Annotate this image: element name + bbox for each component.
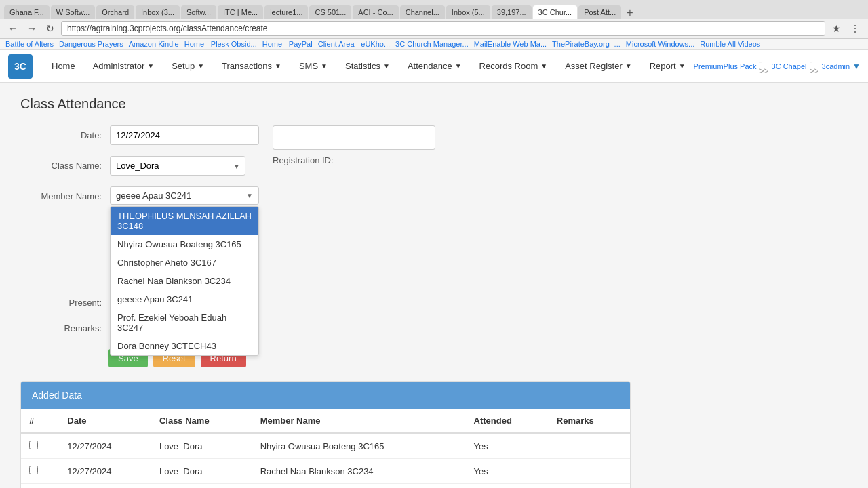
col-attended: Attended: [466, 409, 549, 433]
reload-button[interactable]: ↻: [43, 22, 57, 35]
tab-39197[interactable]: 39,197...: [492, 5, 532, 19]
added-data-table: # Date Class Name Member Name Attended R…: [21, 409, 630, 488]
member-name-label: Member Name:: [20, 186, 102, 201]
registration-id-section: Registration ID:: [273, 125, 435, 165]
member-option-3[interactable]: Rachel Naa Blankson 3C234: [111, 272, 258, 290]
tab-inbox3[interactable]: Inbox (3...: [136, 5, 180, 19]
table-row: 12/27/2024 Love_Dora Rachel Naa Blankson…: [21, 459, 630, 484]
nav-attendance-caret: ▼: [455, 62, 462, 70]
nav-transactions[interactable]: Transactions ▼: [214, 50, 290, 83]
tab-inbox5[interactable]: Inbox (5...: [446, 5, 490, 19]
bookmark-piratebay[interactable]: ThePirateBay.org -...: [552, 40, 620, 48]
nav-setup[interactable]: Setup ▼: [163, 50, 212, 83]
bookmark-dangerous[interactable]: Dangerous Prayers: [59, 40, 123, 48]
added-data-section: Added Data # Date Class Name Member Name…: [20, 381, 631, 488]
table-body: 12/27/2024 Love_Dora Nhyira Owusua Boate…: [21, 433, 630, 488]
date-input[interactable]: [110, 125, 259, 145]
table-header: # Date Class Name Member Name Attended R…: [21, 409, 630, 433]
address-bar-row: ← → ↻ ★ ⋮: [0, 19, 868, 39]
row-checkbox-cell[interactable]: [21, 484, 59, 489]
back-button[interactable]: ←: [5, 22, 20, 35]
member-option-0[interactable]: THEOPHILUS MENSAH AZILLAH 3C148: [111, 207, 258, 235]
bookmark-button[interactable]: ★: [829, 22, 844, 35]
bookmark-3cchurch[interactable]: 3C Church Manager...: [395, 40, 469, 48]
row-date: 12/27/2024: [59, 484, 151, 489]
tab-softw2[interactable]: Softw...: [181, 5, 216, 19]
address-input[interactable]: [61, 21, 825, 36]
tab-itc[interactable]: ITC | Me...: [218, 5, 263, 19]
bookmark-microsoft[interactable]: Microsoft Windows...: [626, 40, 694, 48]
row-checkbox[interactable]: [29, 441, 38, 449]
member-option-4[interactable]: geeee Apau 3C241: [111, 290, 258, 308]
nav-records-room[interactable]: Records Room ▼: [471, 50, 556, 83]
row-member-name: Rachel Naa Blankson 3C234: [252, 459, 466, 484]
tab-aci[interactable]: ACI - Co...: [353, 5, 398, 19]
row-checkbox-cell[interactable]: [21, 433, 59, 459]
date-row: Date:: [20, 125, 259, 145]
member-option-6[interactable]: Dora Bonney 3CTECH43: [111, 337, 258, 355]
bookmark-plesk[interactable]: Home - Plesk Obsid...: [184, 40, 257, 48]
bookmark-paypal[interactable]: Home - PayPal: [262, 40, 313, 48]
class-name-row: Class Name: Love_Dora ▼: [20, 156, 259, 176]
row-attended: Yes: [466, 484, 549, 489]
present-label: Present:: [20, 293, 102, 308]
tab-ghana[interactable]: Ghana F...: [4, 5, 50, 19]
row-checkbox[interactable]: [29, 466, 38, 474]
col-hash: #: [21, 409, 59, 433]
col-class-name: Class Name: [151, 409, 252, 433]
member-name-display-text: geeee Apau 3C241: [116, 190, 246, 201]
member-option-2[interactable]: Christopher Aheto 3C167: [111, 253, 258, 272]
nav-asset-register-caret: ▼: [625, 62, 632, 70]
tab-lecture[interactable]: lecture1...: [264, 5, 308, 19]
new-tab-button[interactable]: +: [627, 7, 633, 19]
row-remarks: [549, 459, 630, 484]
member-name-select-display[interactable]: geeee Apau 3C241 ▼: [110, 186, 259, 205]
breadcrumb-premiumplus[interactable]: PremiumPlus Pack: [694, 62, 757, 70]
nav-setup-caret: ▼: [197, 62, 204, 70]
menu-button[interactable]: ⋮: [848, 22, 863, 35]
class-name-select-wrapper: Love_Dora ▼: [110, 156, 245, 176]
row-member-name: Nhyira Owusua Boateng 3C165: [252, 433, 466, 459]
col-member-name: Member Name: [252, 409, 466, 433]
bookmark-battle[interactable]: Battle of Alters: [5, 40, 54, 48]
member-option-5[interactable]: Prof. Ezekiel Yeboah Eduah 3C247: [111, 308, 258, 337]
nav-asset-register[interactable]: Asset Register ▼: [557, 50, 639, 83]
member-name-dropdown-container: geeee Apau 3C241 ▼ THEOPHILUS MENSAH AZI…: [110, 186, 259, 205]
row-class-name: Love_Dora: [151, 459, 252, 484]
breadcrumb-caret: ▼: [852, 62, 861, 71]
member-name-dropdown-arrow: ▼: [246, 192, 253, 199]
app-navbar: 3C Home Administrator ▼ Setup ▼ Transact…: [0, 50, 868, 83]
breadcrumb-chapel[interactable]: 3C Chapel: [772, 62, 807, 70]
added-data-header: Added Data: [21, 382, 630, 409]
member-name-dropdown-list: THEOPHILUS MENSAH AZILLAH 3C148 Nhyira O…: [110, 206, 259, 356]
forward-button[interactable]: →: [24, 22, 39, 35]
row-checkbox-cell[interactable]: [21, 459, 59, 484]
row-remarks: [549, 433, 630, 459]
bookmark-kindle[interactable]: Amazon Kindle: [129, 40, 179, 48]
nav-sms-caret: ▼: [321, 62, 328, 70]
bookmark-rumble[interactable]: Rumble All Videos: [700, 40, 760, 48]
nav-administrator[interactable]: Administrator ▼: [85, 50, 162, 83]
nav-items: Home Administrator ▼ Setup ▼ Transaction…: [43, 50, 694, 83]
nav-report[interactable]: Report ▼: [642, 50, 694, 83]
nav-home[interactable]: Home: [43, 50, 83, 83]
tab-channel[interactable]: Channel...: [400, 5, 445, 19]
row-class-name: Love_Dora: [151, 484, 252, 489]
nav-statistics[interactable]: Statistics ▼: [337, 50, 398, 83]
table-row: 12/27/2024 Love_Dora Nhyira Owusua Boate…: [21, 433, 630, 459]
tab-softw1[interactable]: W Softw...: [51, 5, 96, 19]
member-name-row: Member Name: geeee Apau 3C241 ▼ THEOPHIL…: [20, 186, 259, 205]
breadcrumb-admin[interactable]: 3cadmin: [822, 62, 850, 70]
tab-orchard[interactable]: Orchard: [96, 5, 134, 19]
row-attended: Yes: [466, 459, 549, 484]
bookmark-mailenable[interactable]: MailEnable Web Ma...: [474, 40, 547, 48]
nav-attendance[interactable]: Attendance ▼: [399, 50, 470, 83]
tab-cs501[interactable]: CS 501...: [309, 5, 351, 19]
bookmark-eukho[interactable]: Client Area - eUKho...: [318, 40, 390, 48]
tab-3cchurch[interactable]: 3C Chur...: [533, 5, 578, 19]
class-name-select[interactable]: Love_Dora: [110, 156, 245, 176]
member-option-1[interactable]: Nhyira Owusua Boateng 3C165: [111, 235, 258, 253]
nav-sms[interactable]: SMS ▼: [291, 50, 336, 83]
tab-postatt[interactable]: Post Att...: [578, 5, 621, 19]
col-date: Date: [59, 409, 151, 433]
